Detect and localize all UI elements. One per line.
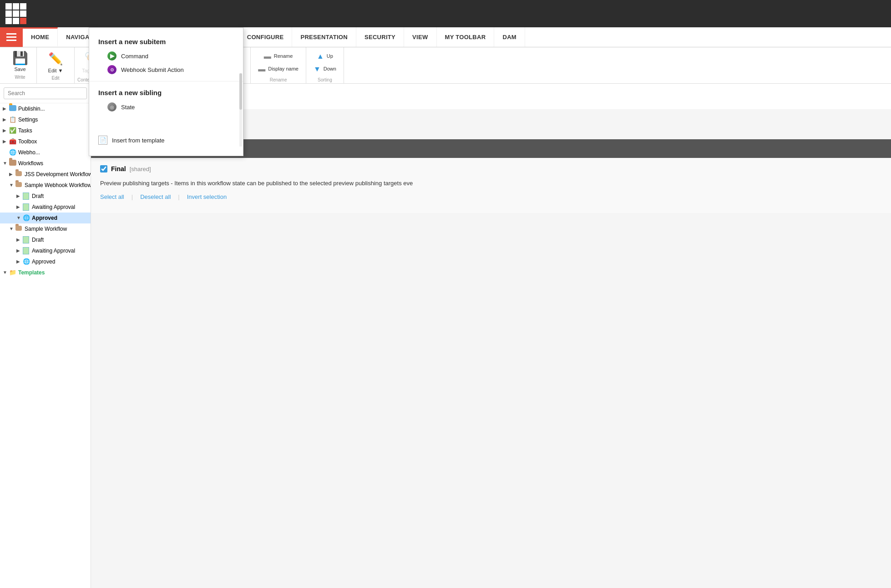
tasks-icon: ✅ (9, 127, 16, 134)
save-button[interactable]: 💾 Save Write (6, 49, 34, 82)
tree-arrow-sw-approved: ▶ (16, 259, 22, 264)
main-layout: ▶ Publishin... ▶ 📋 Settings ▶ ✅ Tasks ▶ … (0, 84, 891, 588)
edit-icon: ✏️ (48, 52, 63, 66)
tree-item-sww-approved[interactable]: ▼ 🌐 Approved (0, 213, 91, 223)
app-logo[interactable] (5, 3, 26, 24)
final-checkbox[interactable] (100, 165, 107, 172)
search-input[interactable] (4, 87, 87, 99)
sww-awaiting-icon (23, 203, 30, 211)
down-icon: ▼ (314, 65, 321, 73)
tree-item-sw-approved[interactable]: ▶ 🌐 Approved (0, 256, 91, 267)
workflows-icon (9, 160, 16, 167)
final-row: Final [shared] (100, 165, 882, 172)
ribbon-save-group: 💾 Save Write (4, 47, 37, 83)
context-item-command[interactable]: ▶ Command (89, 49, 243, 63)
webhooks-icon: 🌐 (9, 149, 16, 156)
selection-links: Select all | Deselect all | Invert selec… (100, 193, 882, 200)
tree-item-sww-draft[interactable]: ▶ Draft (0, 191, 91, 202)
tree-item-workflows[interactable]: ▼ Workflows (0, 158, 91, 169)
tree-arrow-workflows: ▼ (3, 161, 8, 166)
ribbon-rename-group: ▬ Rename ▬ Display name Rename (251, 47, 306, 83)
hamburger-menu[interactable] (0, 27, 23, 47)
template-icon: 📄 (98, 136, 107, 145)
tree-arrow-toolbox: ▶ (3, 139, 8, 144)
tree-arrow-sww: ▼ (9, 182, 15, 188)
subitem-title: Insert a new subitem (89, 35, 243, 49)
edit-button[interactable]: ✏️ Edit ▼ Edit (40, 49, 71, 83)
tab-home[interactable]: HOME (23, 27, 58, 47)
data-content: Final [shared] Preview publishing target… (91, 158, 891, 213)
tree-item-sw-draft[interactable]: ▶ Draft (0, 234, 91, 245)
tree-item-tasks[interactable]: ▶ ✅ Tasks (0, 125, 91, 136)
tree-arrow-settings: ▶ (3, 117, 8, 122)
tree-arrow-sw-draft: ▶ (16, 237, 22, 243)
context-item-state[interactable]: ◎ State (89, 100, 243, 114)
tab-security[interactable]: SECURITY (356, 27, 404, 47)
tree-item-jss-workflow[interactable]: ▶ JSS Development Workflow (0, 169, 91, 180)
tree-item-sample-workflow[interactable]: ▼ Sample Workflow (0, 223, 91, 234)
tab-my-toolbar[interactable]: MY TOOLBAR (437, 27, 495, 47)
tab-configure[interactable]: CONFIGURE (239, 27, 293, 47)
display-name-icon: ▬ (258, 65, 265, 73)
tree-item-sw-awaiting[interactable]: ▶ Awaiting Approval (0, 245, 91, 256)
select-all-link[interactable]: Select all (100, 193, 124, 200)
command-icon: ▶ (107, 51, 116, 61)
tree-item-settings[interactable]: ▶ 📋 Settings (0, 114, 91, 125)
context-divider (89, 81, 243, 81)
tree-arrow-sw-awaiting: ▶ (16, 248, 22, 253)
ribbon-sorting-group: ▲ Up ▼ Down Sorting (306, 47, 344, 83)
tree-arrow-jss: ▶ (9, 172, 15, 177)
sidebar: ▶ Publishin... ▶ 📋 Settings ▶ ✅ Tasks ▶ … (0, 84, 91, 588)
sww-draft-icon (23, 193, 30, 200)
tree-arrow-publishing: ▶ (3, 106, 8, 112)
preview-text: Preview publishing targets - Items in th… (100, 179, 882, 188)
tab-presentation[interactable]: PRESENTATION (292, 27, 356, 47)
sw-approved-icon: 🌐 (23, 258, 30, 265)
sw-draft-icon (23, 236, 30, 243)
tree-arrow-sww-awaiting: ▶ (16, 204, 22, 210)
publishing-icon (9, 105, 16, 112)
tree-item-webhooks[interactable]: 🌐 Webho... (0, 147, 91, 158)
templates-icon: 📁 (9, 269, 16, 276)
scrollbar-thumb[interactable] (239, 73, 242, 110)
rename-icon: ▬ (264, 52, 271, 61)
state-icon: ◎ (107, 102, 116, 112)
top-bar (0, 0, 891, 27)
tree-item-publishing[interactable]: ▶ Publishin... (0, 103, 91, 114)
tree-arrow-webhooks (3, 150, 8, 155)
content-area: 🔍 ...proved Data Final [shared] Preview … (91, 84, 891, 588)
sw-awaiting-icon (23, 247, 30, 254)
rename-button[interactable]: ▬ Rename (255, 51, 301, 62)
tree-item-toolbox[interactable]: ▶ 🧰 Toolbox (0, 136, 91, 147)
display-name-button[interactable]: ▬ Display name (255, 64, 301, 75)
context-item-webhook[interactable]: ⚙ Webhook Submit Action (89, 63, 243, 76)
tree-arrow-tasks: ▶ (3, 128, 8, 133)
tree-arrow-sww-draft: ▶ (16, 193, 22, 199)
context-item-template[interactable]: 📄 Insert from template (89, 132, 243, 148)
up-button[interactable]: ▲ Up (311, 51, 339, 62)
tree-arrow-sww-approved: ▼ (16, 215, 22, 221)
tab-dam[interactable]: DAM (494, 27, 525, 47)
tree-item-sww-awaiting[interactable]: ▶ Awaiting Approval (0, 202, 91, 213)
invert-selection-link[interactable]: Invert selection (187, 193, 227, 200)
scrollbar-track[interactable] (239, 73, 242, 147)
toolbox-icon: 🧰 (9, 138, 16, 145)
context-menu: Insert a new subitem ▶ Command ⚙ Webhook… (89, 27, 243, 156)
tab-view[interactable]: VIEW (404, 27, 436, 47)
down-button[interactable]: ▼ Down (311, 64, 339, 75)
sibling-title: Insert a new sibling (89, 86, 243, 100)
final-label: Final (111, 165, 126, 172)
shared-label: [shared] (130, 166, 151, 172)
search-box (0, 84, 91, 103)
tree-arrow-templates: ▼ (3, 270, 8, 275)
settings-icon: 📋 (9, 116, 16, 123)
sww-approved-icon: 🌐 (23, 214, 30, 222)
jss-workflow-icon (15, 171, 23, 178)
tree-item-sample-webhook-workflow[interactable]: ▼ Sample Webhook Workflow (0, 180, 91, 191)
sample-workflow-icon (15, 225, 23, 233)
tree-arrow-sw: ▼ (9, 226, 15, 232)
deselect-all-link[interactable]: Deselect all (140, 193, 171, 200)
tree-item-templates[interactable]: ▼ 📁 Templates (0, 267, 91, 278)
save-icon: 💾 (12, 52, 28, 65)
ribbon-edit-group: ✏️ Edit ▼ Edit (37, 47, 75, 83)
